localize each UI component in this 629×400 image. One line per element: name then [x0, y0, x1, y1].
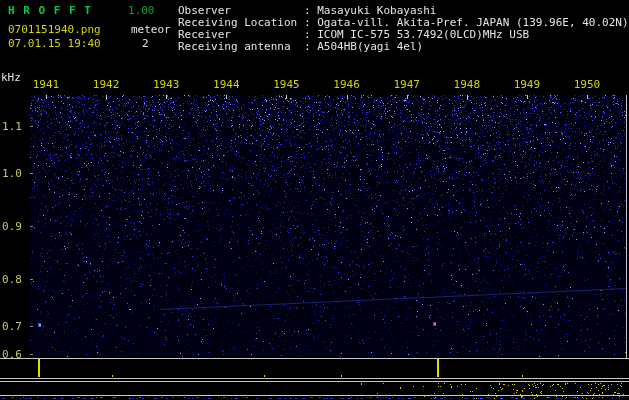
freq-tick-label: 0.6	[2, 349, 22, 361]
app-title: H R O F F T	[8, 5, 92, 17]
freq-tick-label: 0.7	[2, 321, 22, 333]
info-row: Receiving antenna: A504HB(yagi 4el)	[178, 41, 629, 53]
freq-axis-unit-label: kHz	[1, 72, 21, 84]
output-filename: 0701151940.png	[8, 24, 101, 36]
time-tick-label: 1943	[153, 79, 180, 91]
app-version: 1.00	[128, 5, 155, 17]
time-tick-label: 1948	[454, 79, 481, 91]
time-tick-label: 1950	[574, 79, 601, 91]
time-tick-label: 1945	[273, 79, 300, 91]
time-tick-label: 1949	[514, 79, 541, 91]
freq-tick-label: 0.9	[2, 221, 22, 233]
observation-datetime: 07.01.15 19:40	[8, 38, 101, 50]
time-tick-label: 1944	[213, 79, 240, 91]
freq-tick-label: 1.0	[2, 168, 22, 180]
freq-tick-label: 1.1	[2, 121, 22, 133]
spectrogram-canvas	[0, 0, 629, 400]
observation-mode: meteor	[131, 24, 171, 36]
channel-count: 2	[142, 38, 149, 50]
station-info: Observer: Masayuki KobayashiReceiving Lo…	[178, 5, 629, 53]
time-tick-label: 1942	[93, 79, 120, 91]
hrofft-screen: H R O F F T 1.00 0701151940.png meteor 0…	[0, 0, 629, 400]
time-tick-label: 1946	[333, 79, 360, 91]
freq-tick-label: 0.8	[2, 274, 22, 286]
info-value: : A504HB(yagi 4el)	[304, 41, 423, 53]
info-label: Receiving antenna	[178, 41, 304, 53]
time-tick-label: 1947	[393, 79, 420, 91]
time-tick-label: 1941	[33, 79, 60, 91]
